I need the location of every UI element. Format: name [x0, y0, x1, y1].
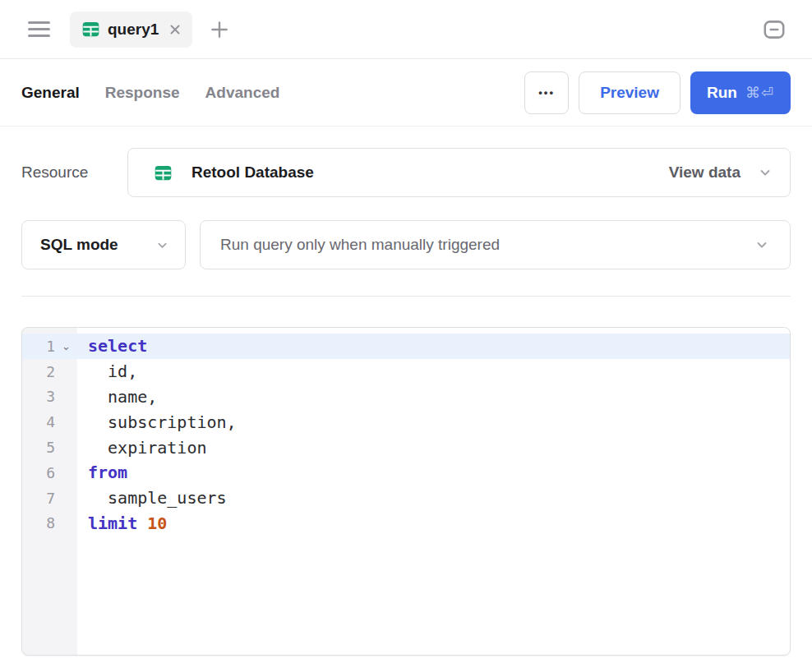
line-gutter: 8 — [22, 514, 77, 532]
table-icon — [81, 20, 100, 39]
view-data-label: View data — [669, 163, 740, 182]
code-token-keyword: from — [88, 463, 127, 482]
table-icon — [154, 163, 173, 182]
query-editor-panel: Resource Retool Database View data SQL m… — [0, 127, 812, 656]
mode-select[interactable]: SQL mode — [21, 220, 186, 269]
code-line[interactable]: 5 expiration — [22, 435, 790, 460]
query-tab[interactable]: query1 — [70, 12, 192, 48]
line-number: 4 — [22, 413, 55, 430]
code-text: expiration — [77, 438, 790, 458]
code-token-plain: subscription, — [88, 412, 237, 432]
code-text: subscription, — [77, 412, 790, 432]
code-lines: 1⌄select2 id,3 name,4 subscription,5 exp… — [22, 334, 790, 536]
line-number: 7 — [22, 490, 55, 507]
run-trigger-select[interactable]: Run query only when manually triggered — [200, 220, 791, 269]
code-token-plain — [137, 513, 147, 533]
line-number: 6 — [22, 464, 55, 481]
code-token-keyword: limit — [88, 513, 137, 533]
line-gutter: 2 — [22, 363, 77, 380]
query-toolbar: General Response Advanced ••• Preview Ru… — [0, 59, 812, 127]
line-gutter: 1⌄ — [22, 338, 77, 355]
line-gutter: 5 — [22, 439, 77, 456]
chevron-down-icon — [755, 238, 768, 251]
line-number: 8 — [22, 514, 55, 532]
code-token-plain: sample_users — [88, 488, 227, 508]
code-token-keyword: select — [88, 336, 147, 356]
code-text: from — [77, 463, 790, 482]
run-button-label: Run — [707, 84, 737, 102]
code-text: select — [77, 336, 790, 356]
line-number: 3 — [22, 388, 55, 405]
code-text: limit 10 — [77, 513, 790, 533]
tab-response[interactable]: Response — [105, 84, 180, 102]
code-token-number: 10 — [147, 513, 167, 533]
code-token-plain: id, — [88, 361, 137, 381]
preview-button[interactable]: Preview — [579, 71, 681, 114]
add-query-icon[interactable] — [209, 19, 230, 40]
resource-label: Resource — [21, 163, 127, 182]
line-gutter: 4 — [22, 413, 77, 430]
view-data-control[interactable]: View data — [669, 163, 772, 182]
run-trigger-value: Run query only when manually triggered — [220, 236, 500, 254]
code-text: sample_users — [77, 488, 790, 508]
toolbar-actions: ••• Preview Run ⌘⏎ — [524, 71, 791, 114]
chevron-down-icon — [759, 166, 772, 179]
chevron-down-icon — [156, 239, 168, 251]
run-button[interactable]: Run ⌘⏎ — [690, 71, 791, 114]
line-number: 2 — [22, 363, 55, 380]
close-tab-icon[interactable] — [168, 23, 182, 36]
code-token-plain: name, — [88, 387, 157, 407]
tab-advanced[interactable]: Advanced — [205, 84, 280, 102]
menu-icon[interactable] — [26, 18, 52, 40]
run-shortcut-hint: ⌘⏎ — [745, 84, 774, 101]
line-number: 5 — [22, 439, 55, 456]
query-tab-label: query1 — [108, 21, 159, 39]
code-text: id, — [77, 361, 790, 381]
top-bar: query1 — [0, 0, 812, 59]
resource-row: Resource Retool Database View data — [21, 148, 791, 197]
line-gutter: 3 — [22, 388, 77, 405]
code-text: name, — [77, 387, 790, 407]
editor-tabs: General Response Advanced — [21, 84, 279, 102]
code-line[interactable]: 2 id, — [22, 359, 790, 384]
line-number: 1 — [22, 338, 55, 355]
code-line[interactable]: 3 name, — [22, 384, 790, 410]
more-options-button[interactable]: ••• — [524, 71, 569, 114]
code-line[interactable]: 4 subscription, — [22, 409, 790, 435]
code-line[interactable]: 1⌄select — [22, 334, 790, 359]
code-editor[interactable]: 1⌄select2 id,3 name,4 subscription,5 exp… — [21, 327, 791, 656]
settings-row: SQL mode Run query only when manually tr… — [21, 220, 791, 269]
resource-selector[interactable]: Retool Database View data — [127, 148, 791, 197]
code-line[interactable]: 6from — [22, 460, 790, 486]
section-divider — [21, 296, 791, 297]
fold-chevron-icon[interactable]: ⌄ — [55, 340, 77, 352]
line-gutter: 7 — [22, 490, 77, 507]
mode-select-value: SQL mode — [40, 236, 118, 254]
line-gutter: 6 — [22, 464, 77, 481]
code-line[interactable]: 8limit 10 — [22, 511, 790, 536]
code-line[interactable]: 7 sample_users — [22, 486, 790, 511]
resource-value: Retool Database — [191, 163, 314, 182]
code-token-plain: expiration — [88, 438, 207, 458]
tab-general[interactable]: General — [21, 84, 80, 102]
collapse-panel-icon[interactable] — [761, 16, 787, 43]
